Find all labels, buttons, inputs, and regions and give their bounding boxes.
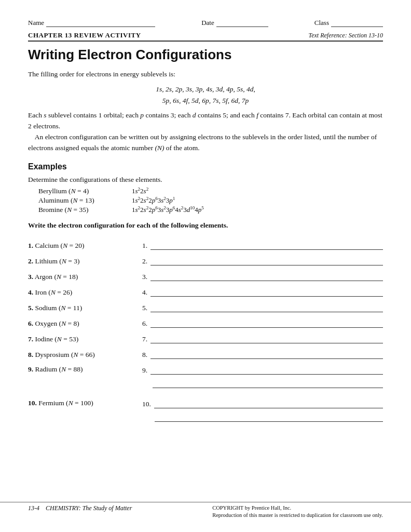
answer-num-8: 8. bbox=[142, 351, 147, 359]
answer-container-5: 5. bbox=[142, 299, 383, 315]
examples-intro: Determine the configurations of these el… bbox=[28, 176, 383, 184]
header-row: Name Date Class bbox=[28, 19, 383, 27]
answer-num-2: 2. bbox=[142, 257, 147, 265]
date-line bbox=[216, 26, 268, 27]
example-element-beryllium: Beryllium (N = 4) bbox=[38, 187, 132, 195]
book-title: CHEMISTRY: The Study of Matter bbox=[46, 504, 132, 512]
example-beryllium: Beryllium (N = 4) 1s22s2 bbox=[38, 187, 383, 195]
answer-container-2: 2. bbox=[142, 252, 383, 268]
name-label: Name bbox=[28, 19, 44, 27]
page-number: 13-4 bbox=[28, 504, 39, 512]
text-reference: Text Reference: Section 13-10 bbox=[309, 32, 383, 39]
exercise-label-4: 4. Iron (N = 26) bbox=[28, 286, 142, 299]
exercise-10-row: 10. Fermium (N = 100) 10. bbox=[28, 395, 383, 425]
example-element-aluminum: Aluminum (N = 13) bbox=[38, 196, 132, 205]
answer-num-3: 3. bbox=[142, 273, 147, 281]
answer-line-6[interactable] bbox=[150, 317, 383, 328]
example-config-beryllium: 1s22s2 bbox=[132, 187, 148, 195]
copyright-text: COPYRIGHT by Prentice Hall, Inc. bbox=[212, 504, 383, 512]
answer-num-4: 4. bbox=[142, 288, 147, 297]
filling-line1: 1s, 2s, 2p, 3s, 3p, 4s, 3d, 4p, 5s, 4d, bbox=[28, 84, 383, 95]
example-config-bromine: 1s22s22p63s23p64s23d104p5 bbox=[132, 206, 204, 214]
answer-container-8: 8. bbox=[142, 346, 383, 362]
exercise-label-9: 9. Radium (N = 88) bbox=[28, 362, 142, 376]
exercise-label-1: 1. Calcium (N = 20) bbox=[28, 239, 142, 252]
answer-line-10b[interactable] bbox=[155, 411, 383, 422]
filling-order: 1s, 2s, 2p, 3s, 3p, 4s, 3d, 4p, 5s, 4d, … bbox=[28, 84, 383, 106]
exercise-label-7: 7. Iodine (N = 53) bbox=[28, 332, 142, 346]
answer-num-6: 6. bbox=[142, 320, 147, 328]
answer-num-5: 5. bbox=[142, 304, 147, 312]
answer-row-10a: 10. bbox=[142, 398, 383, 408]
answer-line-9b[interactable] bbox=[153, 378, 383, 388]
date-label: Date bbox=[201, 19, 214, 27]
answer-line-1[interactable] bbox=[150, 240, 383, 250]
intro-line1: The filling order for electrons in energ… bbox=[28, 69, 383, 79]
answer-line-3[interactable] bbox=[150, 271, 383, 281]
answer-line-2[interactable] bbox=[150, 255, 383, 265]
answer-row-9b bbox=[142, 378, 383, 388]
exercise-label-6: 6. Oxygen (N = 8) bbox=[28, 317, 142, 330]
footer-left: 13-4 CHEMISTRY: The Study of Matter bbox=[28, 504, 132, 512]
exercise-label-3: 3. Argon (N = 18) bbox=[28, 270, 142, 284]
answer-row-9a: 9. bbox=[142, 364, 383, 375]
example-aluminum: Aluminum (N = 13) 1s22s22p63s23p1 bbox=[38, 196, 383, 205]
footer-right: COPYRIGHT by Prentice Hall, Inc. Reprodu… bbox=[212, 504, 383, 520]
answer-container-3: 3. bbox=[142, 268, 383, 284]
example-element-bromine: Bromine (N = 35) bbox=[38, 206, 132, 214]
example-config-aluminum: 1s22s22p63s23p1 bbox=[132, 196, 175, 205]
exercise-label-2: 2. Lithium (N = 3) bbox=[28, 255, 142, 268]
page-footer: 13-4 CHEMISTRY: The Study of Matter COPY… bbox=[0, 502, 411, 520]
name-line bbox=[46, 26, 155, 27]
intro-para1: Each s sublevel contains 1 orbital; each… bbox=[28, 110, 383, 154]
name-field: Name bbox=[28, 19, 155, 27]
exercise-label-10: 10. Fermium (N = 100) bbox=[28, 395, 142, 410]
answer-line-10a[interactable] bbox=[154, 398, 383, 408]
chapter-row: CHAPTER 13 REVIEW ACTIVITY Text Referenc… bbox=[28, 31, 383, 39]
answer-container-6: 6. bbox=[142, 315, 383, 330]
answer-container-4: 4. bbox=[142, 284, 383, 299]
restriction-text: Reproduction of this master is restricte… bbox=[212, 512, 383, 520]
answer-row-10b bbox=[142, 411, 383, 422]
answer-line-7[interactable] bbox=[150, 333, 383, 343]
main-title: Writing Electron Configurations bbox=[28, 47, 383, 63]
answer-container-9: 9. bbox=[142, 362, 383, 391]
examples-table: Beryllium (N = 4) 1s22s2 Aluminum (N = 1… bbox=[38, 187, 383, 214]
example-bromine: Bromine (N = 35) 1s22s22p63s23p64s23d104… bbox=[38, 206, 383, 214]
answer-num-1: 1. bbox=[142, 242, 147, 250]
answer-line-5[interactable] bbox=[150, 302, 383, 312]
exercise-instruction: Write the electron configuration for eac… bbox=[28, 221, 383, 230]
exercise-label-8: 8. Dysprosium (N = 66) bbox=[28, 348, 142, 362]
exercise-grid: 1. Calcium (N = 20) 1. 2. Lithium (N = 3… bbox=[28, 237, 383, 391]
divider bbox=[28, 41, 383, 42]
exercise-label-5: 5. Sodium (N = 11) bbox=[28, 301, 142, 315]
examples-heading: Examples bbox=[28, 162, 383, 171]
chapter-title: CHAPTER 13 REVIEW ACTIVITY bbox=[28, 31, 141, 39]
answer-line-4[interactable] bbox=[150, 286, 383, 297]
filling-line2: 5p, 6s, 4f, 5d, 6p, 7s, 5f, 6d, 7p bbox=[28, 95, 383, 107]
answer-container-7: 7. bbox=[142, 330, 383, 346]
date-field: Date bbox=[201, 19, 268, 27]
answer-container-1: 1. bbox=[142, 237, 383, 252]
class-line bbox=[331, 26, 383, 27]
answer-num-7: 7. bbox=[142, 335, 147, 343]
class-label: Class bbox=[314, 19, 329, 27]
answer-num-10: 10. bbox=[142, 400, 151, 408]
answer-line-8[interactable] bbox=[150, 349, 383, 359]
answer-line-9a[interactable] bbox=[150, 364, 383, 375]
answer-num-9: 9. bbox=[142, 366, 147, 375]
class-field: Class bbox=[314, 19, 383, 27]
answer-container-10: 10. bbox=[142, 395, 383, 425]
